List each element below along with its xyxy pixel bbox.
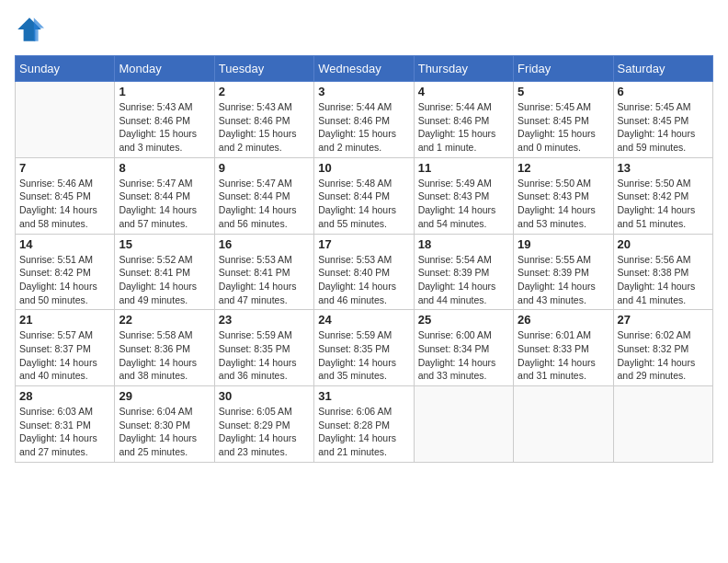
calendar-week-row-4: 21Sunrise: 5:57 AM Sunset: 8:37 PM Dayli… xyxy=(16,310,713,386)
calendar-week-row-3: 14Sunrise: 5:51 AM Sunset: 8:42 PM Dayli… xyxy=(16,234,713,310)
day-number: 3 xyxy=(318,85,409,98)
calendar-cell: 13Sunrise: 5:50 AM Sunset: 8:42 PM Dayli… xyxy=(613,157,712,234)
weekday-header-monday: Monday xyxy=(115,56,214,82)
day-info: Sunrise: 5:44 AM Sunset: 8:46 PM Dayligh… xyxy=(418,100,509,155)
day-info: Sunrise: 5:49 AM Sunset: 8:43 PM Dayligh… xyxy=(418,177,509,231)
day-info: Sunrise: 6:03 AM Sunset: 8:31 PM Dayligh… xyxy=(19,405,110,459)
day-number: 14 xyxy=(19,237,110,251)
calendar-cell: 6Sunrise: 5:45 AM Sunset: 8:45 PM Daylig… xyxy=(613,82,712,158)
calendar-cell: 11Sunrise: 5:49 AM Sunset: 8:43 PM Dayli… xyxy=(414,157,513,234)
calendar-cell: 5Sunrise: 5:45 AM Sunset: 8:45 PM Daylig… xyxy=(514,82,613,158)
page-header xyxy=(15,15,713,44)
day-info: Sunrise: 5:47 AM Sunset: 8:44 PM Dayligh… xyxy=(119,177,210,231)
calendar-cell: 18Sunrise: 5:54 AM Sunset: 8:39 PM Dayli… xyxy=(414,234,513,310)
day-number: 5 xyxy=(518,85,609,98)
day-info: Sunrise: 6:05 AM Sunset: 8:29 PM Dayligh… xyxy=(219,405,310,459)
day-number: 6 xyxy=(618,85,709,98)
calendar-cell: 28Sunrise: 6:03 AM Sunset: 8:31 PM Dayli… xyxy=(16,386,115,463)
day-info: Sunrise: 5:53 AM Sunset: 8:41 PM Dayligh… xyxy=(219,253,310,307)
day-info: Sunrise: 5:50 AM Sunset: 8:43 PM Dayligh… xyxy=(518,177,609,231)
calendar-cell: 3Sunrise: 5:44 AM Sunset: 8:46 PM Daylig… xyxy=(314,82,414,158)
day-info: Sunrise: 6:01 AM Sunset: 8:33 PM Dayligh… xyxy=(518,328,609,383)
day-info: Sunrise: 5:55 AM Sunset: 8:39 PM Dayligh… xyxy=(518,253,609,307)
day-info: Sunrise: 6:04 AM Sunset: 8:30 PM Dayligh… xyxy=(119,405,210,459)
day-number: 25 xyxy=(418,313,509,327)
calendar-cell: 24Sunrise: 5:59 AM Sunset: 8:35 PM Dayli… xyxy=(314,310,414,386)
calendar-cell: 1Sunrise: 5:43 AM Sunset: 8:46 PM Daylig… xyxy=(115,82,214,158)
day-info: Sunrise: 5:59 AM Sunset: 8:35 PM Dayligh… xyxy=(318,328,409,383)
calendar-cell: 17Sunrise: 5:53 AM Sunset: 8:40 PM Dayli… xyxy=(314,234,414,310)
calendar-cell: 23Sunrise: 5:59 AM Sunset: 8:35 PM Dayli… xyxy=(214,310,313,386)
calendar-week-row-2: 7Sunrise: 5:46 AM Sunset: 8:45 PM Daylig… xyxy=(16,157,713,234)
logo xyxy=(15,15,48,44)
calendar-cell xyxy=(613,386,712,463)
calendar-cell: 7Sunrise: 5:46 AM Sunset: 8:45 PM Daylig… xyxy=(16,157,115,234)
day-number: 7 xyxy=(19,161,110,175)
day-info: Sunrise: 5:56 AM Sunset: 8:38 PM Dayligh… xyxy=(618,253,709,307)
day-info: Sunrise: 6:02 AM Sunset: 8:32 PM Dayligh… xyxy=(618,328,709,383)
calendar-cell xyxy=(414,386,513,463)
weekday-header-friday: Friday xyxy=(514,56,613,82)
day-number: 11 xyxy=(418,161,509,175)
day-info: Sunrise: 5:48 AM Sunset: 8:44 PM Dayligh… xyxy=(318,177,409,231)
day-info: Sunrise: 5:43 AM Sunset: 8:46 PM Dayligh… xyxy=(119,100,210,155)
day-number: 29 xyxy=(119,389,210,403)
calendar-cell: 12Sunrise: 5:50 AM Sunset: 8:43 PM Dayli… xyxy=(514,157,613,234)
day-number: 26 xyxy=(518,313,609,327)
day-number: 27 xyxy=(618,313,709,327)
calendar-cell: 19Sunrise: 5:55 AM Sunset: 8:39 PM Dayli… xyxy=(514,234,613,310)
day-info: Sunrise: 5:59 AM Sunset: 8:35 PM Dayligh… xyxy=(219,328,310,383)
day-number: 30 xyxy=(219,389,310,403)
day-number: 24 xyxy=(318,313,409,327)
calendar-cell xyxy=(514,386,613,463)
day-info: Sunrise: 5:57 AM Sunset: 8:37 PM Dayligh… xyxy=(19,328,110,383)
day-number: 9 xyxy=(219,161,310,175)
calendar-week-row-5: 28Sunrise: 6:03 AM Sunset: 8:31 PM Dayli… xyxy=(16,386,713,463)
day-number: 31 xyxy=(318,389,409,403)
calendar-cell: 2Sunrise: 5:43 AM Sunset: 8:46 PM Daylig… xyxy=(214,82,313,158)
day-number: 21 xyxy=(19,313,110,327)
day-info: Sunrise: 6:00 AM Sunset: 8:34 PM Dayligh… xyxy=(418,328,509,383)
calendar-cell: 9Sunrise: 5:47 AM Sunset: 8:44 PM Daylig… xyxy=(214,157,313,234)
day-info: Sunrise: 5:45 AM Sunset: 8:45 PM Dayligh… xyxy=(618,100,709,155)
day-info: Sunrise: 5:53 AM Sunset: 8:40 PM Dayligh… xyxy=(318,253,409,307)
day-number: 2 xyxy=(219,85,310,98)
calendar-cell: 27Sunrise: 6:02 AM Sunset: 8:32 PM Dayli… xyxy=(613,310,712,386)
calendar-cell: 21Sunrise: 5:57 AM Sunset: 8:37 PM Dayli… xyxy=(16,310,115,386)
day-number: 16 xyxy=(219,237,310,251)
calendar-cell: 25Sunrise: 6:00 AM Sunset: 8:34 PM Dayli… xyxy=(414,310,513,386)
weekday-header-tuesday: Tuesday xyxy=(214,56,313,82)
calendar-cell: 26Sunrise: 6:01 AM Sunset: 8:33 PM Dayli… xyxy=(514,310,613,386)
day-number: 4 xyxy=(418,85,509,98)
day-info: Sunrise: 5:46 AM Sunset: 8:45 PM Dayligh… xyxy=(19,177,110,231)
weekday-header-sunday: Sunday xyxy=(16,56,115,82)
calendar-cell: 16Sunrise: 5:53 AM Sunset: 8:41 PM Dayli… xyxy=(214,234,313,310)
calendar-table: SundayMondayTuesdayWednesdayThursdayFrid… xyxy=(15,55,713,463)
day-number: 1 xyxy=(119,85,210,98)
calendar-cell: 31Sunrise: 6:06 AM Sunset: 8:28 PM Dayli… xyxy=(314,386,414,463)
day-number: 13 xyxy=(618,161,709,175)
day-number: 19 xyxy=(518,237,609,251)
day-info: Sunrise: 5:58 AM Sunset: 8:36 PM Dayligh… xyxy=(119,328,210,383)
calendar-cell: 29Sunrise: 6:04 AM Sunset: 8:30 PM Dayli… xyxy=(115,386,214,463)
calendar-cell: 10Sunrise: 5:48 AM Sunset: 8:44 PM Dayli… xyxy=(314,157,414,234)
calendar-cell: 15Sunrise: 5:52 AM Sunset: 8:41 PM Dayli… xyxy=(115,234,214,310)
day-info: Sunrise: 5:45 AM Sunset: 8:45 PM Dayligh… xyxy=(518,100,609,155)
day-number: 17 xyxy=(318,237,409,251)
weekday-header-saturday: Saturday xyxy=(613,56,712,82)
calendar-cell xyxy=(16,82,115,158)
day-number: 10 xyxy=(318,161,409,175)
day-info: Sunrise: 5:52 AM Sunset: 8:41 PM Dayligh… xyxy=(119,253,210,307)
calendar-cell: 22Sunrise: 5:58 AM Sunset: 8:36 PM Dayli… xyxy=(115,310,214,386)
logo-icon xyxy=(15,15,44,44)
calendar-cell: 4Sunrise: 5:44 AM Sunset: 8:46 PM Daylig… xyxy=(414,82,513,158)
day-number: 28 xyxy=(19,389,110,403)
calendar-week-row-1: 1Sunrise: 5:43 AM Sunset: 8:46 PM Daylig… xyxy=(16,82,713,158)
day-info: Sunrise: 6:06 AM Sunset: 8:28 PM Dayligh… xyxy=(318,405,409,459)
calendar-cell: 14Sunrise: 5:51 AM Sunset: 8:42 PM Dayli… xyxy=(16,234,115,310)
day-info: Sunrise: 5:50 AM Sunset: 8:42 PM Dayligh… xyxy=(618,177,709,231)
weekday-header-wednesday: Wednesday xyxy=(314,56,414,82)
weekday-header-row: SundayMondayTuesdayWednesdayThursdayFrid… xyxy=(16,56,713,82)
calendar-cell: 8Sunrise: 5:47 AM Sunset: 8:44 PM Daylig… xyxy=(115,157,214,234)
day-number: 18 xyxy=(418,237,509,251)
